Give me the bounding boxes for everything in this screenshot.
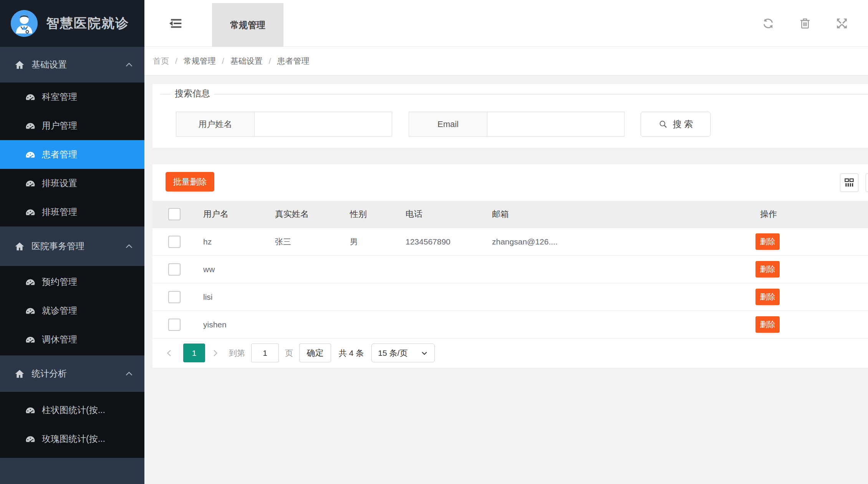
table-row: hz 张三 男 1234567890 zhangsan@126.... 删除: [152, 228, 868, 256]
breadcrumb-home[interactable]: 首页: [153, 56, 169, 66]
cell-username: hz: [198, 237, 270, 246]
refresh-icon[interactable]: [762, 17, 775, 30]
sidebar-item-label: 排班设置: [42, 177, 77, 189]
sidebar-item-bar-chart-stats[interactable]: 柱状图统计(按...: [0, 396, 144, 425]
home-icon: [15, 60, 25, 70]
sidebar-item-shift-mgmt[interactable]: 排班管理: [0, 198, 144, 226]
next-page-icon[interactable]: [210, 344, 220, 362]
gauge-icon: [25, 92, 35, 102]
columns-grid-icon: [843, 177, 855, 188]
sidebar-group-basic-settings[interactable]: 基础设置: [0, 47, 144, 83]
app-title: 智慧医院就诊: [46, 15, 129, 32]
sidebar-item-label: 就诊管理: [42, 305, 77, 317]
page-number-current[interactable]: 1: [183, 344, 205, 362]
sidebar-group-label: 统计分析: [31, 368, 67, 380]
search-icon: [658, 119, 668, 129]
export-button-partial[interactable]: [866, 173, 868, 192]
row-checkbox[interactable]: [168, 319, 181, 331]
username-field-group: 用户姓名: [176, 112, 392, 137]
gauge-icon: [25, 121, 35, 131]
trash-icon[interactable]: [798, 17, 812, 30]
cell-realname: 张三: [270, 236, 345, 247]
page-size-select[interactable]: 15 条/页: [371, 344, 435, 362]
breadcrumb-item[interactable]: 基础设置: [230, 56, 263, 66]
search-panel-legend: 搜索信息: [171, 88, 214, 99]
breadcrumb-item[interactable]: 常规管理: [184, 56, 216, 66]
sidebar-item-shift-setup[interactable]: 排班设置: [0, 169, 144, 198]
topbar-actions: [750, 0, 860, 47]
gauge-icon: [25, 277, 35, 287]
col-header-actions: 操作: [750, 208, 868, 220]
sidebar-item-leave-mgmt[interactable]: 调休管理: [0, 325, 144, 354]
breadcrumb-separator: /: [269, 56, 271, 66]
sidebar-item-patient-mgmt[interactable]: 患者管理: [0, 140, 144, 169]
chevron-down-icon: [421, 349, 428, 357]
doctor-avatar-icon: [11, 10, 38, 37]
sidebar-fold-icon[interactable]: [168, 16, 184, 31]
username-field-label: 用户姓名: [176, 112, 255, 137]
home-icon: [15, 241, 25, 251]
fieldset-border: [160, 94, 868, 94]
sidebar-item-label: 用户管理: [42, 120, 77, 132]
sidebar-item-label: 患者管理: [42, 149, 77, 160]
sidebar-item-label: 玫瑰图统计(按...: [42, 433, 105, 445]
search-form: 用户姓名 Email 搜 索: [152, 112, 868, 137]
select-all-checkbox[interactable]: [168, 208, 181, 220]
row-checkbox[interactable]: [168, 291, 181, 303]
sidebar-item-rose-chart-stats[interactable]: 玫瑰图统计(按...: [0, 425, 144, 453]
sidebar-group-statistics[interactable]: 统计分析: [0, 355, 144, 392]
sidebar-group-hospital-affairs[interactable]: 医院事务管理: [0, 226, 144, 266]
search-button[interactable]: 搜 索: [641, 112, 711, 137]
row-checkbox[interactable]: [168, 263, 181, 276]
breadcrumb-separator: /: [175, 56, 177, 66]
sidebar-item-dept-mgmt[interactable]: 科室管理: [0, 83, 144, 111]
app-logo-bar: 智慧医院就诊: [0, 0, 144, 47]
table-header-row: 用户名 真实姓名 性别 电话 邮箱 操作: [152, 201, 868, 228]
fullscreen-icon[interactable]: [835, 17, 848, 30]
username-input[interactable]: [255, 112, 392, 137]
content-area: 搜索信息 用户姓名 Email 搜 索 批量删: [144, 76, 868, 484]
col-header-username: 用户名: [198, 208, 270, 220]
sidebar-item-label: 排班管理: [42, 206, 77, 218]
prev-page-icon[interactable]: [165, 344, 174, 362]
sidebar-item-user-mgmt[interactable]: 用户管理: [0, 111, 144, 140]
goto-page-input[interactable]: [251, 344, 279, 362]
goto-confirm-button[interactable]: 确定: [299, 344, 331, 362]
sidebar-submenu-affairs: 预约管理 就诊管理 调休管理: [0, 266, 144, 355]
cell-gender: 男: [345, 236, 400, 247]
sidebar-submenu-statistics: 柱状图统计(按... 玫瑰图统计(按...: [0, 392, 144, 458]
pagination: 1 到第 页 确定 共 4 条 15 条/页: [152, 344, 868, 362]
chevron-up-icon: [124, 369, 134, 378]
column-display-button[interactable]: [840, 173, 858, 192]
gauge-icon: [25, 178, 35, 188]
sidebar-item-label: 调休管理: [42, 334, 77, 345]
tab-general-management[interactable]: 常规管理: [212, 3, 283, 47]
batch-delete-button[interactable]: 批量删除: [166, 172, 214, 192]
sidebar-item-label: 科室管理: [42, 91, 77, 103]
gauge-icon: [25, 434, 35, 444]
goto-page-prefix: 到第: [229, 348, 245, 358]
delete-button[interactable]: 删除: [755, 316, 780, 333]
patient-table-panel: 批量删除 用户名 真实姓名 性别 电话 邮箱 操作 hz 张三: [152, 164, 868, 368]
row-checkbox[interactable]: [168, 236, 181, 248]
sidebar-item-label: 柱状图统计(按...: [42, 404, 105, 416]
sidebar-group-label: 医院事务管理: [31, 240, 84, 252]
total-count-label: 共 4 条: [339, 348, 364, 358]
gauge-icon: [25, 207, 35, 217]
sidebar-item-visit-mgmt[interactable]: 就诊管理: [0, 296, 144, 325]
col-header-email: 邮箱: [487, 208, 750, 220]
sidebar-submenu-basic: 科室管理 用户管理 患者管理 排班设置 排班管理: [0, 83, 144, 226]
email-field-label: Email: [409, 112, 487, 137]
cell-email: zhangsan@126....: [487, 237, 750, 246]
gauge-icon: [25, 335, 35, 345]
delete-button[interactable]: 删除: [755, 261, 780, 278]
email-input[interactable]: [487, 112, 624, 137]
email-field-group: Email: [409, 112, 624, 137]
gauge-icon: [25, 306, 35, 316]
table-row: ww 删除: [152, 256, 868, 283]
cell-phone: 1234567890: [400, 237, 487, 246]
sidebar-item-appointment-mgmt[interactable]: 预约管理: [0, 268, 144, 296]
delete-button[interactable]: 删除: [755, 233, 780, 250]
chevron-up-icon: [124, 60, 134, 69]
delete-button[interactable]: 删除: [755, 289, 780, 305]
